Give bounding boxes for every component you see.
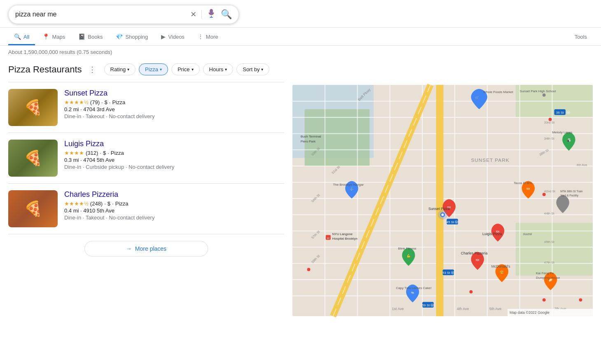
more-places-label: More places	[135, 245, 166, 252]
svg-text:53 St Ⓜ: 53 St Ⓜ	[442, 271, 454, 275]
map-container[interactable]: 50th St 51st St 54th St 57th St 59th St …	[292, 83, 593, 318]
nav-tabs: 🔍 All 📍 Maps 📓 Books 💎 Shopping ▶ Videos…	[0, 28, 601, 46]
restaurants-header: Pizza Restaurants ⋮ Rating ▾ Pizza ▾ Pri…	[8, 58, 284, 82]
svg-text:McDonald's: McDonald's	[491, 264, 511, 268]
main-content: Pizza Restaurants ⋮ Rating ▾ Pizza ▾ Pri…	[0, 58, 601, 318]
svg-text:42nd St: 42nd St	[544, 189, 556, 193]
stars: ★★★★	[64, 150, 84, 156]
svg-point-95	[543, 193, 546, 196]
svg-text:The Brooklyn Hangar: The Brooklyn Hangar	[333, 183, 364, 187]
table-row[interactable]: 🍕 Sunset Pizza ★★★★½ (79) · $ · Pizza 0.…	[8, 82, 284, 133]
svg-text:36 St: 36 St	[556, 111, 564, 114]
svg-text:44th St: 44th St	[544, 212, 555, 215]
filter-pizza[interactable]: Pizza ▾	[139, 63, 168, 75]
restaurant-list: 🍕 Sunset Pizza ★★★★½ (79) · $ · Pizza 0.…	[8, 82, 284, 234]
table-row[interactable]: 🍕 Charles Pizzeria ★★★★½ (248) · $ · Piz…	[8, 184, 284, 234]
category: Pizza	[115, 201, 129, 207]
svg-point-50	[543, 93, 546, 97]
svg-text:Xochil: Xochil	[523, 232, 532, 236]
mic-icon[interactable]	[207, 9, 216, 20]
svg-text:Bush Terminal: Bush Terminal	[301, 135, 321, 138]
restaurant-image: 🍕	[8, 89, 58, 126]
restaurant-meta: ★★★★ (312) · $ · Pizza	[64, 150, 284, 156]
tab-shopping[interactable]: 💎 Shopping	[110, 29, 154, 45]
svg-text:💪: 💪	[407, 254, 411, 258]
filter-rating[interactable]: Rating ▾	[104, 63, 136, 75]
restaurant-image: 🍕	[8, 190, 58, 227]
tab-books[interactable]: 📓 Books	[72, 29, 108, 45]
filter-price[interactable]: Price ▾	[171, 63, 200, 75]
svg-text:🛒: 🛒	[475, 96, 479, 100]
map-svg: 50th St 51st St 54th St 57th St 59th St …	[292, 83, 593, 318]
svg-text:Charles Pizzeria: Charles Pizzeria	[461, 251, 488, 255]
separator: ·	[100, 150, 101, 156]
chevron-down-icon: ▾	[225, 67, 227, 72]
price: $	[103, 150, 106, 156]
svg-text:45th St: 45th St	[544, 240, 555, 244]
restaurant-info: Charles Pizzeria ★★★★½ (248) · $ · Pizza…	[64, 190, 284, 227]
clear-icon[interactable]: ✕	[190, 10, 196, 19]
tab-more[interactable]: ⋮ More	[192, 29, 224, 45]
separator: ·	[101, 99, 103, 105]
filter-sortby[interactable]: Sort by ▾	[236, 63, 269, 75]
svg-text:5th Ave: 5th Ave	[489, 307, 501, 311]
left-panel: Pizza Restaurants ⋮ Rating ▾ Pizza ▾ Pri…	[8, 58, 292, 318]
svg-text:NYU Langone: NYU Langone	[332, 232, 353, 236]
svg-text:Kai Feng Fu: Kai Feng Fu	[536, 271, 554, 275]
restaurant-meta: ★★★★½ (248) · $ · Pizza	[64, 201, 284, 207]
rating-count: (79)	[90, 99, 100, 105]
svg-text:Sunset Pizza: Sunset Pizza	[428, 207, 450, 211]
svg-text:Yard & Facility: Yard & Facility	[560, 194, 578, 197]
search-bar-container: ✕ 🔍	[0, 0, 601, 28]
svg-text:MTA 38th St Train: MTA 38th St Train	[560, 190, 583, 193]
tab-maps[interactable]: 📍 Maps	[37, 29, 71, 45]
divider	[201, 10, 202, 19]
svg-text:🍽: 🍽	[526, 187, 530, 191]
svg-point-96	[307, 268, 310, 271]
search-icons: ✕ 🔍	[190, 9, 232, 20]
search-input[interactable]	[15, 11, 190, 18]
separator: ·	[104, 201, 106, 207]
more-options-icon[interactable]: ⋮	[89, 65, 96, 74]
price: $	[108, 201, 110, 207]
restaurant-address: 0.3 mi · 4704 5th Ave	[64, 157, 284, 163]
restaurant-services: Dine-in · Takeout · No-contact delivery	[64, 113, 284, 119]
restaurant-meta: ★★★★½ (79) · $ · Pizza	[64, 99, 284, 105]
restaurant-name: Sunset Pizza	[64, 89, 284, 98]
svg-point-78	[442, 214, 444, 216]
svg-text:⚓: ⚓	[350, 187, 354, 191]
table-row[interactable]: 🍕 Luigis Pizza ★★★★ (312) · $ · Pizza 0.…	[8, 133, 284, 184]
shopping-icon: 💎	[116, 33, 123, 40]
search-icon[interactable]: 🔍	[221, 9, 232, 20]
restaurant-name: Charles Pizzeria	[64, 190, 284, 199]
more-places-container: → More places	[8, 234, 284, 263]
svg-text:1st Ave: 1st Ave	[392, 307, 404, 311]
chevron-down-icon: ▾	[160, 67, 162, 72]
svg-text:45 St Ⓜ: 45 St Ⓜ	[447, 220, 458, 224]
svg-point-94	[549, 118, 552, 121]
svg-rect-28	[436, 85, 444, 316]
books-icon: 📓	[78, 33, 85, 40]
tab-videos[interactable]: ▶ Videos	[155, 29, 190, 45]
svg-text:Whole Foods Market: Whole Foods Market	[483, 90, 513, 94]
svg-point-97	[470, 290, 473, 294]
tab-tools[interactable]: Tools	[569, 30, 593, 45]
restaurant-name: Luigis Pizza	[64, 140, 284, 148]
svg-text:Piers Park: Piers Park	[301, 140, 316, 143]
right-panel: 50th St 51st St 54th St 57th St 59th St …	[292, 83, 593, 318]
svg-text:Tacos El Bro...: Tacos El Bro...	[514, 181, 535, 185]
chevron-down-icon: ▾	[192, 67, 194, 72]
svg-text:Dumpling House: Dumpling House	[536, 276, 560, 280]
svg-text:🛍: 🛍	[411, 291, 414, 294]
svg-text:Capy Tres Leches Cake!: Capy Tres Leches Cake!	[396, 286, 431, 290]
category: Pizza	[111, 150, 124, 156]
filter-hours[interactable]: Hours ▾	[203, 63, 234, 75]
tab-all[interactable]: 🔍 All	[8, 29, 35, 45]
restaurant-info: Sunset Pizza ★★★★½ (79) · $ · Pizza 0.2 …	[64, 89, 284, 126]
search-bar: ✕ 🔍	[8, 5, 239, 24]
rating-count: (248)	[90, 201, 103, 207]
more-places-button[interactable]: → More places	[84, 241, 208, 257]
svg-text:Map data ©2022 Google: Map data ©2022 Google	[510, 310, 550, 315]
restaurant-address: 0.4 mi · 4910 5th Ave	[64, 208, 284, 214]
more-dots-icon: ⋮	[198, 33, 203, 40]
